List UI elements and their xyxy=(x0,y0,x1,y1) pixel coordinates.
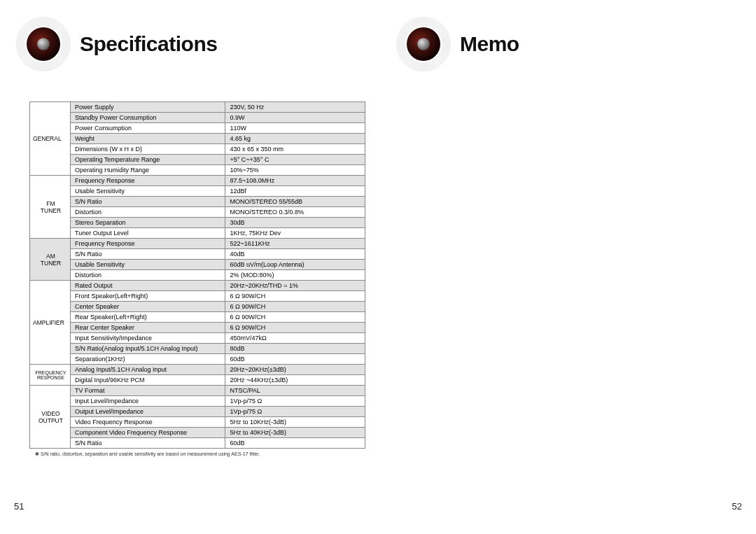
right-header: Memo xyxy=(396,14,742,73)
spec-table: GENERALPower Supply230V, 50 HzStandby Po… xyxy=(29,101,365,449)
spec-name-cell: Operating Humidity Range xyxy=(70,165,225,176)
spec-value-cell: 12dBf xyxy=(225,186,365,197)
category-cell: FMTUNER xyxy=(30,176,71,239)
spec-name-cell: Stereo Separation xyxy=(70,218,225,228)
spec-name-cell: TV Format xyxy=(70,386,225,396)
table-row: Input Sensitivity/Impedance450mV/47kΩ xyxy=(30,333,365,344)
spec-value-cell: 6 Ω 90W/CH xyxy=(225,291,365,302)
speaker-icon xyxy=(396,16,451,72)
memo-title: Memo xyxy=(460,32,519,56)
table-row: Input Level/Impedance1Vp-p/75 Ω xyxy=(30,396,365,407)
left-page: Specifications GENERALPower Supply230V, … xyxy=(0,0,378,534)
spec-value-cell: 110W xyxy=(225,123,365,134)
table-row: Tuner Output Level1KHz, 75KHz Dev xyxy=(30,228,365,239)
spec-value-cell: 60dB uV/m(Loop Antenna) xyxy=(225,260,365,270)
spec-name-cell: Power Consumption xyxy=(70,123,225,134)
table-row: Component Video Frequency Response5Hz to… xyxy=(30,428,365,438)
spec-name-cell: Usable Sensitivity xyxy=(70,260,225,270)
table-row: FREQUENCYRESPONSEAnalog Input/5.1CH Anal… xyxy=(30,365,365,375)
spec-value-cell: 430 x 65 x 350 mm xyxy=(225,144,365,155)
spec-value-cell: 0.9W xyxy=(225,113,365,123)
right-page-number: 52 xyxy=(732,501,742,512)
spec-value-cell: 5Hz to 10KHz(-3dB) xyxy=(225,417,365,428)
spec-name-cell: Front Speaker(Left+Right) xyxy=(70,291,225,302)
table-row: Output Level/Impedance1Vp-p/75 Ω xyxy=(30,407,365,417)
category-cell: AMTUNER xyxy=(30,239,71,281)
spec-value-cell: 87.5~108.0MHz xyxy=(225,176,365,186)
spec-value-cell: MONO/STEREO 55/55dB xyxy=(225,197,365,207)
spec-name-cell: Separation(1KHz) xyxy=(70,354,225,365)
table-row: Distortion2% (MOD:80%) xyxy=(30,270,365,281)
spec-name-cell: Distortion xyxy=(70,207,225,218)
left-header: Specifications xyxy=(15,14,360,73)
spec-name-cell: Usable Sensitivity xyxy=(70,186,225,197)
table-row: FMTUNERFrequency Response87.5~108.0MHz xyxy=(30,176,365,186)
spec-value-cell: 20Hz~20KHz/THD = 1% xyxy=(225,281,365,291)
spec-name-cell: Analog Input/5.1CH Analog Input xyxy=(70,365,225,375)
svg-point-19 xyxy=(417,38,430,50)
spec-value-cell: 80dB xyxy=(225,344,365,354)
spec-name-cell: Input Level/Impedance xyxy=(70,396,225,407)
table-row: Digital Input/96KHz PCM20Hz ~44KHz(±3dB) xyxy=(30,375,365,386)
spec-value-cell: +5° C~+35° C xyxy=(225,155,365,165)
category-cell: GENERAL xyxy=(30,102,71,176)
table-row: Operating Temperature Range+5° C~+35° C xyxy=(30,155,365,165)
spec-name-cell: Rear Center Speaker xyxy=(70,323,225,333)
spec-value-cell: 2% (MOD:80%) xyxy=(225,270,365,281)
spec-value-cell: 6 Ω 90W/CH xyxy=(225,323,365,333)
spec-name-cell: Rated Output xyxy=(70,281,225,291)
spec-name-cell: Standby Power Consumption xyxy=(70,113,225,123)
table-row: Power Consumption110W xyxy=(30,123,365,134)
table-row: Usable Sensitivity12dBf xyxy=(30,186,365,197)
table-row: Separation(1KHz)60dB xyxy=(30,354,365,365)
spec-value-cell: NTSC/PAL xyxy=(225,386,365,396)
right-page: Memo 52 xyxy=(378,0,756,534)
table-row: Rear Speaker(Left+Right)6 Ω 90W/CH xyxy=(30,312,365,323)
spec-name-cell: Rear Speaker(Left+Right) xyxy=(70,312,225,323)
specifications-title: Specifications xyxy=(80,32,217,56)
spec-name-cell: Tuner Output Level xyxy=(70,228,225,239)
spec-name-cell: S/N Ratio(Analog Input/5.1CH Analog Inpu… xyxy=(70,344,225,354)
spec-value-cell: 450mV/47kΩ xyxy=(225,333,365,344)
spec-name-cell: Operating Temperature Range xyxy=(70,155,225,165)
table-row: Weight4.65 kg xyxy=(30,134,365,144)
spec-value-cell: 5Hz to 40KHz(-3dB) xyxy=(225,428,365,438)
spec-name-cell: Digital Input/96KHz PCM xyxy=(70,375,225,386)
spec-name-cell: Weight xyxy=(70,134,225,144)
table-row: Center Speaker6 Ω 90W/CH xyxy=(30,302,365,312)
table-row: S/N Ratio60dB xyxy=(30,438,365,449)
table-row: S/N Ratio(Analog Input/5.1CH Analog Inpu… xyxy=(30,344,365,354)
table-row: Dimensions (W x H x D)430 x 65 x 350 mm xyxy=(30,144,365,155)
table-row: Rear Center Speaker6 Ω 90W/CH xyxy=(30,323,365,333)
table-row: Stereo Separation30dB xyxy=(30,218,365,228)
spec-value-cell: 10%~75% xyxy=(225,165,365,176)
spec-value-cell: 40dB xyxy=(225,249,365,260)
spec-value-cell: 230V, 50 Hz xyxy=(225,102,365,113)
category-cell: VIDEOOUTPUT xyxy=(30,386,71,449)
table-row: Operating Humidity Range10%~75% xyxy=(30,165,365,176)
category-cell: AMPLIFIER xyxy=(30,281,71,365)
svg-point-9 xyxy=(37,38,50,50)
spec-value-cell: MONO/STEREO 0.3/0.8% xyxy=(225,207,365,218)
table-row: S/N Ratio40dB xyxy=(30,249,365,260)
table-row: Video Frequency Response5Hz to 10KHz(-3d… xyxy=(30,417,365,428)
spec-name-cell: Input Sensitivity/Impedance xyxy=(70,333,225,344)
spec-name-cell: Power Supply xyxy=(70,102,225,113)
table-row: DistortionMONO/STEREO 0.3/0.8% xyxy=(30,207,365,218)
spec-name-cell: S/N Ratio xyxy=(70,438,225,449)
table-row: Front Speaker(Left+Right)6 Ω 90W/CH xyxy=(30,291,365,302)
speaker-icon xyxy=(15,16,71,72)
spec-name-cell: S/N Ratio xyxy=(70,249,225,260)
spec-name-cell: S/N Ratio xyxy=(70,197,225,207)
spec-value-cell: 1Vp-p/75 Ω xyxy=(225,396,365,407)
table-row: GENERALPower Supply230V, 50 Hz xyxy=(30,102,365,113)
spec-value-cell: 6 Ω 90W/CH xyxy=(225,312,365,323)
table-row: Usable Sensitivity60dB uV/m(Loop Antenna… xyxy=(30,260,365,270)
spec-value-cell: 20Hz~20KHz(±3dB) xyxy=(225,365,365,375)
footnote: ✽ S/N ratio, distortion, separation and … xyxy=(35,451,360,457)
spec-name-cell: Frequency Response xyxy=(70,176,225,186)
spec-value-cell: 4.65 kg xyxy=(225,134,365,144)
spec-value-cell: 60dB xyxy=(225,438,365,449)
spec-value-cell: 522~1611KHz xyxy=(225,239,365,249)
table-row: VIDEOOUTPUTTV FormatNTSC/PAL xyxy=(30,386,365,396)
